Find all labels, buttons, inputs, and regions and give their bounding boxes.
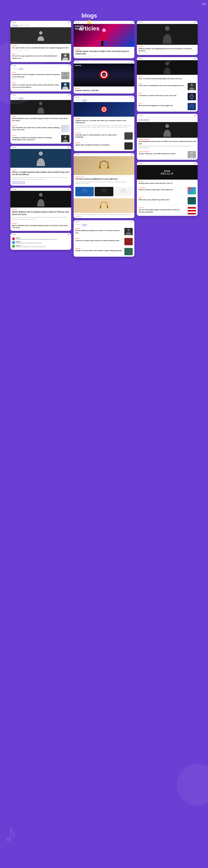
svg-rect-44: [191, 98, 193, 99]
c3-sec-title-1: Civil War says it's about politics, but …: [75, 134, 123, 138]
svg-rect-25: [82, 191, 83, 193]
r3-sec-cat: Entertainment: [139, 151, 186, 152]
phone-right-4: 9:41 AM Inkl DON DELILLO Books Sunday bo…: [137, 162, 198, 216]
r4-status: 9:41 AM: [139, 163, 142, 164]
r3-status: 9:41 AM: [139, 115, 142, 116]
marion-silhouette: [37, 101, 45, 114]
r2-hair-article: STYLE Here's a look at every bad hairsty…: [137, 75, 198, 82]
img-anna: [61, 72, 69, 79]
c5-art1-title: Marion Williams auditions for Game of Th…: [75, 229, 123, 234]
phone-top-bar-4: 9:41 AM Inkl: [10, 146, 71, 149]
c5-nav-all[interactable]: All Stories: [75, 224, 81, 226]
page-title: blogs & articles: [79, 12, 99, 32]
svg-point-20: [103, 109, 105, 110]
c5-art2-cat: WORLD: [75, 238, 123, 239]
comment-body-2: This is exactly what I was looking for. …: [16, 242, 41, 244]
r2-watch-title: A collector's watches that will set you …: [139, 95, 186, 97]
app-name-2: Inkl: [68, 65, 69, 66]
title-marion-detail: Marion Williams had no problem lying to …: [12, 211, 69, 216]
don-delillo-img: DON DELILLO: [137, 165, 198, 180]
c3-sec-cat-1: POLITICS: [75, 132, 123, 133]
r4-texas-cat: Pop Music: [139, 187, 186, 188]
comment-text-3: Jessica I agree with everything here. Th…: [16, 245, 45, 248]
comment-body-1: You won't believe who Leonardo DiCaprio …: [16, 239, 58, 240]
svg-point-4: [39, 102, 42, 105]
svg-rect-9: [101, 32, 107, 41]
cameos-thumb: [61, 135, 69, 142]
c5-art2-text: WORLD Chinese corruption girls House of …: [75, 238, 123, 242]
c5-article-3: MOVIES Google, Ford and Uber and created…: [74, 247, 134, 257]
c4-excerpt: Beoplay H6 by Bang & Olufsen sits at the…: [75, 181, 133, 185]
svg-rect-24: [108, 166, 109, 168]
r3-sec-text: Entertainment Kristen Thoreaux, from Ell…: [139, 151, 186, 155]
r1-title: Affleck elevates an intriguing presence …: [139, 48, 196, 52]
app-name-6: Inkl: [68, 234, 69, 235]
r2-color-img: [187, 83, 196, 90]
r4-politics-row: POLITICS The list that helped rapper sel…: [137, 206, 198, 216]
c5-art1-img: [125, 228, 133, 235]
nav-articles[interactable]: Articles: [20, 25, 24, 27]
phone-left-5: 9:41 AM Inkl MOVIES Marion Williams had …: [10, 188, 71, 231]
svg-point-48: [191, 152, 193, 154]
article-text-plane: DESIGN This beautiful new plane has a fe…: [12, 125, 60, 131]
hphone-gold-icon: [99, 201, 109, 211]
cat-cameos: FUNNY: [12, 135, 60, 136]
img-trump: [61, 82, 69, 90]
r4-book-cat: Books: [139, 181, 196, 182]
article-text-cameos: FUNNY Complete rundown of celebrity came…: [12, 135, 60, 142]
c5-nav-articles[interactable]: Articles: [82, 224, 87, 226]
r1-meta: Variety · 2 hours ago: [139, 53, 196, 54]
comment-3: Jessica I agree with everything here. Th…: [12, 245, 69, 248]
extra-text: MOVIES Marion Williams had no problem ly…: [12, 223, 69, 229]
r3-person-silhouette: [163, 123, 172, 137]
read-more-button[interactable]: READ FULL ARTICLE: [12, 182, 25, 184]
flag-stripes: [187, 207, 196, 214]
marion-article-content: MOVIES Marion Williams had no problem ly…: [10, 208, 71, 222]
c5-art3-text: MOVIES Google, Ford and Uber and created…: [75, 248, 123, 252]
excerpt-marion: The actress gave an interview on nationa…: [12, 216, 69, 220]
r4-politics-cat: POLITICS: [139, 207, 186, 208]
r4-playlist-cat: Music: [139, 197, 186, 198]
center-column: 9:41 AM Inkl SUICIDESQUAD: [74, 21, 134, 257]
r2-hair-text: STYLE Here's a look at every bad hairsty…: [139, 76, 196, 80]
civil-war-shield: [100, 106, 108, 113]
nav-reviews[interactable]: Reviews: [25, 25, 30, 27]
hero-image: [10, 27, 71, 44]
c3-excerpt: The film begins with a team of Avengers …: [75, 125, 133, 130]
trump-article-content: FUNNY There's a simple argument that out…: [10, 168, 71, 186]
delillo-author: DON: [161, 170, 173, 172]
c5-app: Inkl: [131, 221, 133, 222]
comment-text-1: Sandra You won't believe who Leonardo Di…: [16, 237, 58, 240]
r2-color-thumb: [187, 83, 196, 90]
r3-top-bar: 9:41 AM Inkl: [137, 114, 198, 117]
c3-top-bar: 9:41 AM Inkl: [74, 96, 134, 99]
svg-rect-33: [100, 206, 101, 208]
comment-text-2: Michael This is exactly what I was looki…: [16, 241, 41, 244]
nav-all-stories[interactable]: All Stories: [12, 25, 18, 27]
r3-sec-title: Kristen Thoreaux, from Ellen DeGeneres S…: [139, 153, 186, 155]
svg-point-47: [165, 124, 169, 128]
r2-hphones-text: TECH Best wireless headphones to buy rig…: [139, 103, 186, 107]
r1-app: Inkl: [194, 22, 196, 23]
c1-content: MOVIES Suicide Squad 'new place to light…: [74, 47, 134, 58]
c3-nav-all[interactable]: All Stories: [75, 99, 81, 101]
page-wrapper: 04 blogs & articles ♪ 9:41 AM Inkl All S…: [0, 0, 208, 868]
c3-sec-text-2: MOVIES Spider-Man and Black Panther are …: [75, 142, 123, 147]
headphone-blue: [75, 187, 94, 196]
app-name: Inkl: [68, 22, 69, 23]
svg-rect-10: [101, 41, 103, 46]
comment-section: Sandra You won't believe who Leonardo Di…: [10, 236, 71, 250]
r4-book-content: Books Sunday book review: Don DeLillo's …: [137, 180, 198, 186]
c5-art2-img: [125, 238, 133, 245]
trump-article-silhouette: [36, 150, 46, 166]
c5-art1-text: MOVIES Marion Williams auditions for Gam…: [75, 228, 123, 235]
c5-art3-cat: MOVIES: [75, 248, 123, 249]
bg-decor-2: [177, 764, 208, 805]
anna-thumb: [61, 72, 69, 79]
r2-hphones-title: Best wireless headphones to buy right no…: [139, 104, 186, 107]
c3-nav-articles[interactable]: Articles: [82, 99, 87, 101]
extra-title: Marion Williams had no problem lying to …: [12, 225, 69, 229]
svg-point-8: [102, 28, 106, 32]
svg-rect-30: [125, 191, 126, 193]
article-row-extra: MOVIES Marion Williams had no problem ly…: [10, 222, 71, 231]
